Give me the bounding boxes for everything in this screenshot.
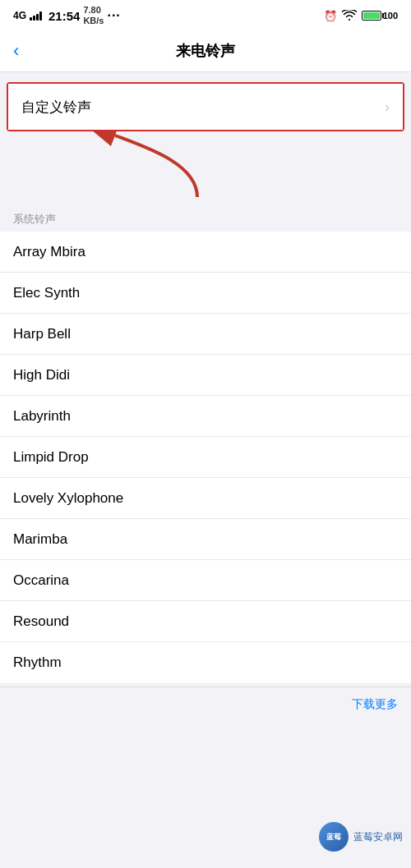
list-item[interactable]: Resound bbox=[0, 601, 411, 642]
system-ringtones-label: 系统铃声 bbox=[13, 213, 56, 225]
status-bar: 4G 21:54 7.80 KB/s ··· 100 bbox=[0, 0, 411, 30]
list-item[interactable]: Elec Synth bbox=[0, 273, 411, 314]
list-item[interactable]: Harp Bell bbox=[0, 314, 411, 355]
ringtone-name: Labyrinth bbox=[13, 408, 71, 425]
battery-indicator: 100 bbox=[362, 11, 398, 21]
custom-ringtone-label: 自定义铃声 bbox=[21, 98, 91, 117]
battery-level: 100 bbox=[383, 11, 398, 21]
nav-bar: ‹ 来电铃声 bbox=[0, 30, 411, 72]
list-item[interactable]: Labyrinth bbox=[0, 396, 411, 437]
ringtone-name: Rhythm bbox=[13, 654, 62, 671]
list-item[interactable]: High Didi bbox=[0, 355, 411, 396]
status-left: 4G 21:54 7.80 KB/s ··· bbox=[13, 5, 121, 26]
ringtone-name: Marimba bbox=[13, 531, 67, 548]
custom-ringtone-arrow: › bbox=[385, 99, 390, 116]
ringtones-list: Array Mbira Elec Synth Harp Bell High Di… bbox=[0, 232, 411, 683]
ringtone-name: High Didi bbox=[13, 367, 70, 383]
ringtone-name: Limpid Drop bbox=[13, 449, 89, 466]
list-item[interactable]: Array Mbira bbox=[0, 232, 411, 273]
list-item[interactable]: Occarina bbox=[0, 560, 411, 601]
list-item[interactable]: Limpid Drop bbox=[0, 437, 411, 478]
back-button[interactable]: ‹ bbox=[13, 42, 19, 60]
signal-bars bbox=[30, 11, 42, 21]
download-link[interactable]: 下载更多 bbox=[352, 697, 398, 712]
ringtone-name: Harp Bell bbox=[13, 326, 71, 342]
section-header: 系统铃声 bbox=[0, 205, 411, 232]
arrow-svg bbox=[66, 131, 247, 205]
custom-ringtone-section[interactable]: 自定义铃声 › bbox=[7, 82, 404, 131]
list-item[interactable]: Rhythm bbox=[0, 642, 411, 683]
list-item[interactable]: Marimba bbox=[0, 519, 411, 560]
ringtone-name: Array Mbira bbox=[13, 244, 85, 260]
alarm-icon bbox=[324, 8, 337, 23]
ringtone-name: Lovely Xylophone bbox=[13, 490, 123, 507]
status-time: 21:54 bbox=[48, 9, 80, 23]
network-indicator: 4G bbox=[13, 10, 26, 21]
annotation-arrow bbox=[0, 131, 411, 205]
download-footer: 下载更多 bbox=[0, 687, 411, 722]
custom-ringtone-item[interactable]: 自定义铃声 › bbox=[8, 84, 403, 130]
status-dots: ··· bbox=[107, 8, 120, 23]
list-item[interactable]: Lovely Xylophone bbox=[0, 478, 411, 519]
network-speed: 7.80 KB/s bbox=[83, 5, 104, 26]
status-right: 100 bbox=[324, 8, 398, 23]
watermark-text: 蓝莓安卓网 bbox=[353, 830, 403, 844]
ringtone-name: Resound bbox=[13, 613, 69, 630]
watermark-logo: 蓝莓 bbox=[319, 822, 349, 852]
ringtone-name: Occarina bbox=[13, 572, 69, 589]
page-title: 来电铃声 bbox=[176, 41, 235, 61]
watermark: 蓝莓 蓝莓安卓网 bbox=[319, 822, 403, 852]
ringtone-name: Elec Synth bbox=[13, 285, 80, 301]
wifi-icon bbox=[342, 10, 357, 21]
